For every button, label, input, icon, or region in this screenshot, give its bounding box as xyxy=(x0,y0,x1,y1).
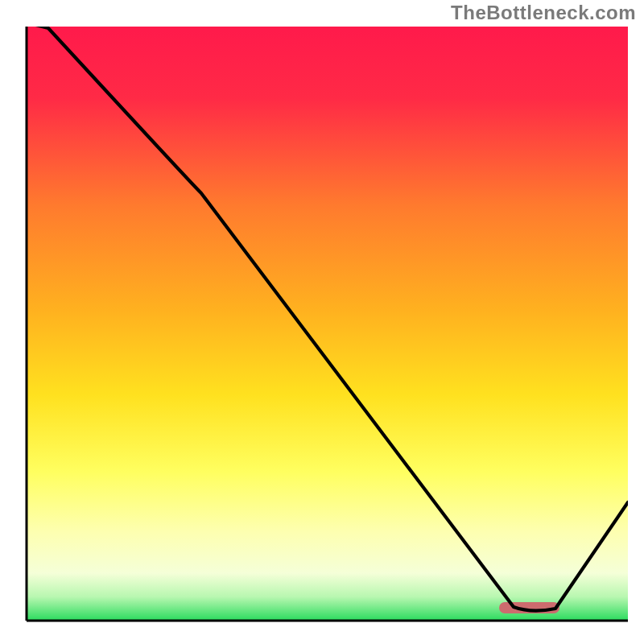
bottleneck-chart xyxy=(0,0,644,644)
watermark-label: TheBottleneck.com xyxy=(451,2,636,24)
plot-background xyxy=(27,27,628,621)
chart-container: TheBottleneck.com xyxy=(0,0,644,644)
